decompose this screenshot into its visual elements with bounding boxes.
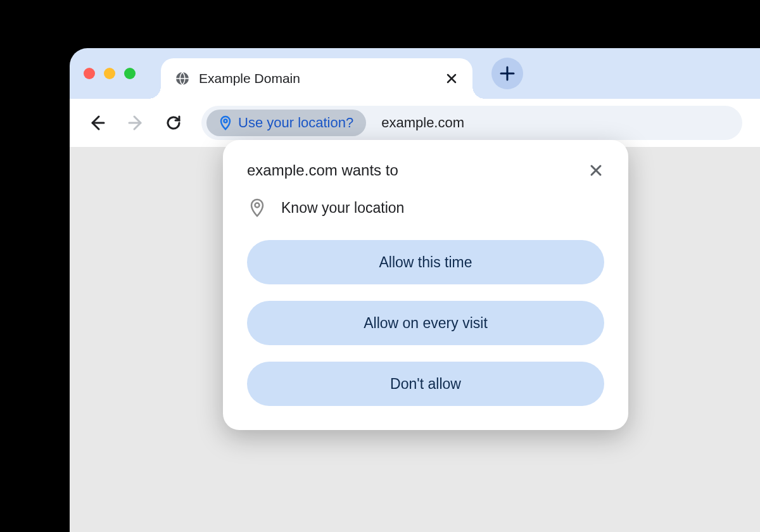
svg-point-10: [255, 203, 260, 208]
permission-dialog: example.com wants to Know your location: [223, 140, 628, 430]
allow-always-button[interactable]: Allow on every visit: [247, 301, 604, 345]
window-controls: [84, 68, 136, 79]
location-pin-icon: [219, 115, 232, 130]
new-tab-button[interactable]: [491, 58, 523, 89]
tab-strip: Example Domain: [70, 48, 760, 99]
allow-once-button[interactable]: Allow this time: [247, 240, 604, 284]
back-button[interactable]: [87, 113, 108, 133]
address-bar[interactable]: Use your location? example.com: [201, 106, 742, 140]
dialog-close-button[interactable]: [588, 162, 604, 179]
browser-window: Example Domain: [70, 48, 760, 532]
dialog-title: example.com wants to: [247, 162, 398, 179]
window-minimize-button[interactable]: [104, 68, 115, 79]
dialog-buttons: Allow this time Allow on every visit Don…: [247, 240, 604, 406]
permission-description: Know your location: [281, 200, 404, 217]
tab-close-button[interactable]: [445, 72, 459, 86]
reload-button[interactable]: [163, 113, 184, 133]
forward-button[interactable]: [125, 113, 146, 133]
permission-chip-label: Use your location?: [238, 115, 353, 131]
url-text: example.com: [381, 115, 464, 131]
window-maximize-button[interactable]: [124, 68, 136, 79]
tab-title: Example Domain: [199, 71, 436, 86]
globe-icon: [175, 71, 190, 86]
window-close-button[interactable]: [84, 68, 95, 79]
deny-button[interactable]: Don't allow: [247, 362, 604, 406]
location-pin-icon: [250, 198, 265, 217]
svg-point-7: [224, 120, 227, 123]
permission-row: Know your location: [247, 198, 604, 217]
page-content: example.com wants to Know your location: [70, 147, 760, 532]
permission-chip[interactable]: Use your location?: [206, 110, 366, 136]
browser-tab[interactable]: Example Domain: [161, 58, 472, 99]
dialog-header: example.com wants to: [247, 162, 604, 179]
